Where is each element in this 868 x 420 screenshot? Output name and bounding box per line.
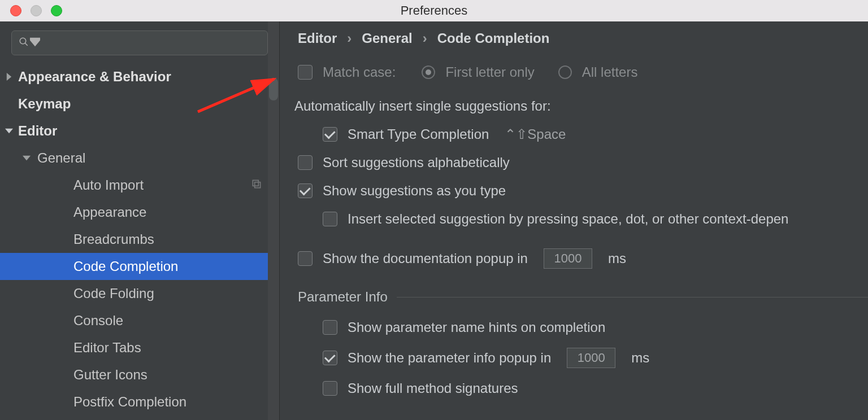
breadcrumb: Editor › General › Code Completion (298, 30, 868, 46)
option-show-as-type: Show suggestions as you type (298, 180, 868, 202)
svg-marker-5 (23, 156, 31, 160)
param-popup-label-a: Show the parameter info popup in (348, 350, 551, 366)
chevron-down-icon (4, 127, 14, 135)
match-case-label: Match case: (323, 64, 396, 80)
tree-label: Gutter Icons (73, 367, 147, 383)
tree-label: Code Completion (73, 259, 178, 274)
option-param-popup: Show the parameter info popup in 1000 ms (323, 347, 868, 369)
breadcrumb-editor[interactable]: Editor (298, 30, 337, 46)
breadcrumb-general[interactable]: General (362, 30, 412, 46)
option-doc-popup: Show the documentation popup in 1000 ms (298, 247, 868, 270)
option-smart-type: Smart Type Completion ⌃⇧Space (323, 123, 868, 146)
tree-item-breadcrumbs[interactable]: Breadcrumbs (0, 226, 279, 253)
svg-point-0 (20, 38, 26, 44)
tree-item-auto-import[interactable]: Auto Import (0, 172, 279, 199)
divider (397, 297, 868, 298)
doc-popup-label-a: Show the documentation popup in (323, 251, 528, 266)
full-sig-checkbox[interactable] (323, 381, 337, 396)
doc-popup-delay-input[interactable]: 1000 (544, 248, 592, 269)
search-history-dropdown-icon[interactable] (30, 37, 40, 49)
match-case-checkbox[interactable] (298, 65, 313, 80)
tree-label: Breadcrumbs (73, 231, 154, 247)
first-letter-radio[interactable] (422, 65, 435, 79)
content: Appearance & Behavior Keymap Editor Gene… (0, 21, 868, 420)
option-param-hints: Show parameter name hints on completion (323, 316, 868, 339)
svg-line-1 (25, 43, 28, 46)
settings-tree: Appearance & Behavior Keymap Editor Gene… (0, 63, 279, 415)
tree-item-editor[interactable]: Editor (0, 117, 279, 145)
tree-item-console[interactable]: Console (0, 307, 279, 334)
settings-panel: Editor › General › Code Completion Match… (280, 21, 868, 420)
sidebar-scroll-thumb[interactable] (269, 78, 278, 100)
search-input[interactable] (45, 37, 261, 50)
search-icon (19, 37, 29, 49)
option-full-sig: Show full method signatures (323, 377, 868, 400)
svg-marker-4 (5, 129, 13, 133)
tree-item-code-folding[interactable]: Code Folding (0, 280, 279, 307)
parameter-info-header: Parameter Info (298, 289, 388, 305)
option-insert-selected: Insert selected suggestion by pressing s… (323, 208, 868, 230)
first-letter-label: First letter only (445, 64, 534, 80)
option-match-case: Match case: First letter only All letter… (298, 61, 868, 84)
sidebar: Appearance & Behavior Keymap Editor Gene… (0, 21, 280, 420)
smart-type-checkbox[interactable] (323, 127, 337, 142)
svg-rect-6 (255, 182, 261, 188)
search-box[interactable] (11, 30, 268, 55)
full-sig-label: Show full method signatures (348, 380, 518, 396)
tree-label: Auto Import (73, 177, 144, 193)
option-sort-alpha: Sort suggestions alphabetically (298, 151, 868, 174)
window-title: Preferences (0, 3, 868, 18)
tree-label: Editor Tabs (73, 340, 141, 356)
tree-label: Postfix Completion (73, 394, 186, 410)
tree-label: Keymap (18, 96, 71, 112)
sort-alpha-checkbox[interactable] (298, 155, 313, 170)
auto-insert-text: Automatically insert single suggestions … (294, 98, 551, 114)
tree-label: General (37, 150, 85, 166)
all-letters-label: All letters (582, 64, 638, 80)
all-letters-radio[interactable] (558, 65, 572, 79)
auto-insert-label: Automatically insert single suggestions … (294, 95, 868, 117)
param-hints-label: Show parameter name hints on completion (348, 320, 605, 335)
show-as-type-label: Show suggestions as you type (323, 183, 506, 199)
sidebar-scrollbar[interactable] (268, 21, 279, 420)
param-hints-checkbox[interactable] (323, 320, 337, 335)
tree-label: Code Folding (73, 286, 154, 301)
smart-type-label: Smart Type Completion (348, 126, 489, 142)
titlebar: Preferences (0, 0, 868, 21)
profile-icon (251, 177, 262, 193)
tree-item-keymap[interactable]: Keymap (0, 90, 279, 117)
tree-label: Appearance & Behavior (18, 69, 171, 85)
smart-type-shortcut: ⌃⇧Space (505, 126, 566, 142)
chevron-right-icon: › (423, 30, 427, 46)
show-as-type-checkbox[interactable] (298, 183, 313, 198)
chevron-right-icon: › (347, 30, 351, 46)
doc-popup-label-b: ms (608, 251, 626, 266)
insert-selected-checkbox[interactable] (323, 212, 337, 226)
tree-item-general[interactable]: General (0, 145, 279, 172)
param-popup-delay-input[interactable]: 1000 (567, 348, 615, 368)
tree-item-code-completion[interactable]: Code Completion (0, 253, 279, 280)
tree-item-gutter-icons[interactable]: Gutter Icons (0, 361, 279, 388)
tree-item-appearance[interactable]: Appearance (0, 199, 279, 226)
tree-item-postfix-completion[interactable]: Postfix Completion (0, 388, 279, 415)
tree-item-appearance-behavior[interactable]: Appearance & Behavior (0, 63, 279, 90)
doc-popup-checkbox[interactable] (298, 251, 313, 266)
insert-selected-label: Insert selected suggestion by pressing s… (348, 211, 788, 227)
tree-label: Appearance (73, 204, 146, 220)
chevron-down-icon (21, 154, 32, 162)
breadcrumb-code-completion: Code Completion (437, 30, 550, 46)
tree-item-editor-tabs[interactable]: Editor Tabs (0, 334, 279, 361)
param-popup-label-b: ms (631, 350, 649, 366)
svg-marker-2 (30, 39, 40, 45)
tree-label: Editor (18, 123, 57, 139)
tree-label: Console (73, 313, 123, 329)
param-popup-checkbox[interactable] (323, 351, 337, 365)
svg-marker-3 (7, 73, 11, 81)
sort-alpha-label: Sort suggestions alphabetically (323, 155, 510, 170)
svg-rect-7 (253, 180, 258, 186)
chevron-right-icon (4, 73, 14, 81)
